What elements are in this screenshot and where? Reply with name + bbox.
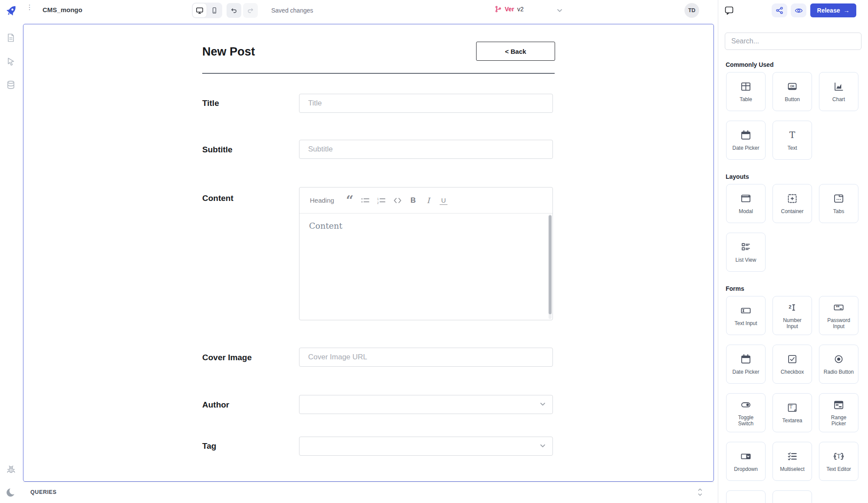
widget-card-filepicker[interactable]: [773, 490, 812, 503]
left-rail: [0, 21, 22, 503]
widget-card-number-input[interactable]: 2Number Input: [773, 296, 812, 335]
cover-image-input[interactable]: [299, 348, 553, 367]
queries-panel-title: QUERIES: [30, 489, 56, 495]
preview-eye-button[interactable]: [791, 3, 806, 17]
widget-card-tabs[interactable]: Tabs: [819, 184, 858, 223]
text-icon: T: [786, 129, 798, 141]
editor-placeholder: Content: [309, 221, 342, 230]
widget-card-dropdown[interactable]: Dropdown: [726, 442, 766, 481]
tag-select[interactable]: [299, 437, 553, 456]
widget-card-list-view[interactable]: List View: [726, 233, 766, 272]
widget-card-table[interactable]: Table: [726, 72, 766, 111]
numbered-list-icon[interactable]: 1 2: [377, 196, 386, 205]
widget-search-input[interactable]: [725, 33, 861, 50]
collapse-expand-icon[interactable]: [697, 487, 703, 497]
svg-text:**: **: [836, 305, 839, 310]
underline-icon[interactable]: U: [440, 196, 447, 205]
chart-icon: [833, 81, 845, 92]
subtitle-input[interactable]: [299, 140, 553, 159]
svg-text:2: 2: [377, 201, 379, 204]
device-toggle: [192, 3, 222, 18]
title-input[interactable]: [299, 94, 553, 113]
user-avatar[interactable]: TD: [684, 3, 699, 18]
chevron-down-icon: [540, 402, 546, 406]
app-logo-rocket-icon[interactable]: [5, 4, 18, 17]
widget-card-date-picker[interactable]: Date Picker: [726, 121, 766, 160]
page-title: New Post: [202, 45, 255, 59]
heading-select[interactable]: Heading: [310, 197, 334, 204]
editor-scrollbar: [549, 214, 552, 319]
widget-card-label: Button: [785, 96, 800, 102]
widget-card-label: Checkbox: [781, 369, 804, 375]
editor-scrollbar-thumb[interactable]: [549, 215, 552, 314]
content-label: Content: [202, 194, 233, 203]
svg-text:2: 2: [789, 304, 791, 309]
widget-card-date-picker[interactable]: Date Picker: [726, 345, 766, 384]
widget-card-label: Text Input: [734, 320, 757, 326]
widget-card-container[interactable]: Container: [773, 184, 812, 223]
radiobutton-icon: [833, 353, 845, 365]
mobile-view-button[interactable]: [207, 3, 221, 17]
release-button[interactable]: Release →: [810, 3, 856, 17]
panel-divider: [718, 0, 718, 503]
modal-icon: [740, 193, 752, 204]
author-select[interactable]: [299, 395, 553, 414]
theme-moon-icon[interactable]: [6, 487, 17, 498]
datasources-icon[interactable]: [6, 80, 16, 90]
widget-card-label: Text: [787, 145, 797, 151]
widget-card-textarea[interactable]: TTextarea: [773, 393, 812, 432]
widget-card-label: Range Picker: [831, 414, 846, 427]
app-menu-kebab-icon[interactable]: ⋮: [26, 6, 30, 9]
bold-icon[interactable]: B: [409, 196, 417, 205]
widget-card-label: Number Input: [783, 317, 802, 329]
pages-icon[interactable]: [6, 33, 16, 43]
widget-card-label: Multiselect: [780, 466, 805, 472]
widget-grid: TableOKButtonChartDate PickerTText: [726, 72, 861, 160]
widget-card-label: Toggle Switch: [738, 414, 753, 427]
comments-button[interactable]: [724, 5, 734, 16]
widget-card-button[interactable]: OKButton: [773, 72, 812, 111]
widget-card-modal[interactable]: Modal: [726, 184, 766, 223]
widget-card-password-input[interactable]: **Password Input: [819, 296, 858, 335]
widget-card-text-input[interactable]: Text Input: [726, 296, 766, 335]
widget-card-audio[interactable]: [726, 490, 766, 503]
widget-card-multiselect[interactable]: Multiselect: [773, 442, 812, 481]
back-button[interactable]: < Back: [476, 42, 555, 61]
debug-bug-icon[interactable]: [6, 464, 16, 475]
svg-text:1: 1: [377, 197, 379, 200]
svg-text:OK: OK: [790, 85, 794, 88]
listview-icon: [740, 241, 752, 253]
svg-text:T: T: [789, 404, 792, 409]
datepicker-icon: [740, 353, 752, 365]
redo-button[interactable]: [243, 3, 258, 18]
app-canvas: New Post < Back Title Subtitle Content H…: [23, 24, 714, 482]
code-icon[interactable]: [393, 196, 402, 205]
widget-card-toggle-switch[interactable]: Toggle Switch: [726, 393, 766, 432]
widget-card-radio-button[interactable]: Radio Button: [819, 345, 858, 384]
chevron-down-icon[interactable]: [557, 9, 562, 13]
app-title: CMS_mongo: [43, 6, 82, 13]
widget-card-range-picker[interactable]: Range Picker: [819, 393, 858, 432]
bullet-list-icon[interactable]: [361, 196, 370, 205]
desktop-view-button[interactable]: [193, 3, 207, 17]
version-label: Ver: [505, 6, 514, 13]
widget-card-checkbox[interactable]: Checkbox: [773, 345, 812, 384]
widget-panel: Commonly UsedTableOKButtonChartDate Pick…: [718, 21, 868, 503]
widgets-cursor-icon[interactable]: [6, 56, 16, 67]
editor-body[interactable]: Content: [299, 214, 552, 320]
blockquote-icon[interactable]: “: [346, 197, 354, 204]
italic-icon[interactable]: I: [424, 196, 432, 205]
cover-image-label: Cover Image: [202, 353, 252, 362]
rich-text-editor: Heading “ 1 2 B I: [299, 187, 553, 320]
widget-card-text-editor[interactable]: TText Editor: [819, 442, 858, 481]
widget-card-chart[interactable]: Chart: [819, 72, 858, 111]
undo-button[interactable]: [227, 3, 241, 18]
numberinput-icon: 2: [786, 302, 798, 313]
widget-card-label: Modal: [739, 208, 753, 214]
widget-card-text[interactable]: TText: [773, 121, 812, 160]
share-button[interactable]: [772, 3, 787, 17]
title-label: Title: [202, 99, 219, 108]
dropdown-icon: [740, 450, 752, 462]
version-control[interactable]: Ver v2: [495, 6, 524, 13]
widget-section-title: Forms: [726, 285, 861, 292]
